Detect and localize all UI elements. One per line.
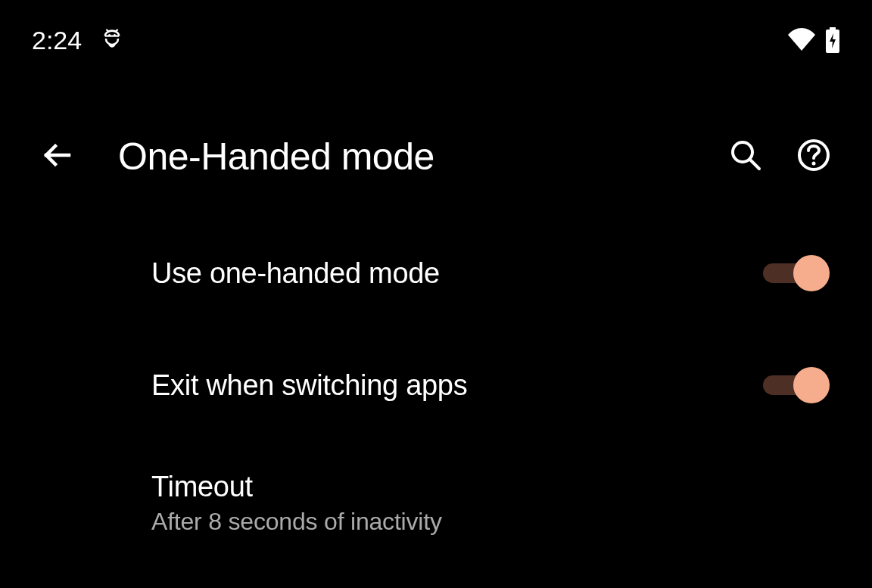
status-bar: 2:24 (0, 0, 872, 59)
setting-timeout[interactable]: Timeout After 8 seconds of inactivity (151, 471, 830, 536)
setting-title: Use one-handed mode (151, 257, 440, 290)
settings-list: Use one-handed mode Exit when switching … (0, 247, 872, 536)
setting-title: Exit when switching apps (151, 369, 467, 402)
android-debug-icon (101, 27, 123, 53)
battery-charging-icon (825, 27, 840, 53)
toggle-thumb (793, 255, 830, 291)
svg-line-5 (750, 160, 759, 169)
setting-text: Timeout After 8 seconds of inactivity (151, 471, 442, 536)
svg-point-7 (812, 162, 816, 166)
setting-subtitle: After 8 seconds of inactivity (151, 508, 442, 536)
page-title: One-Handed mode (118, 135, 687, 179)
setting-text: Use one-handed mode (151, 257, 440, 290)
help-icon (796, 138, 831, 176)
header-actions (727, 138, 833, 176)
setting-use-one-handed-mode[interactable]: Use one-handed mode (151, 247, 830, 300)
wifi-icon (786, 28, 818, 52)
setting-title: Timeout (151, 471, 442, 503)
toggle-use-one-handed-mode[interactable] (763, 256, 830, 291)
status-right (786, 27, 840, 53)
toggle-exit-when-switching-apps[interactable] (763, 368, 830, 403)
status-left: 2:24 (32, 26, 123, 55)
search-button[interactable] (727, 138, 765, 176)
arrow-back-icon (40, 138, 75, 176)
back-button[interactable] (36, 135, 79, 178)
help-button[interactable] (795, 138, 833, 176)
search-icon (729, 138, 762, 175)
setting-text: Exit when switching apps (151, 369, 467, 402)
setting-exit-when-switching-apps[interactable]: Exit when switching apps (151, 359, 830, 412)
status-time: 2:24 (32, 26, 82, 55)
svg-rect-2 (830, 27, 836, 30)
app-header: One-Handed mode (0, 135, 872, 179)
toggle-thumb (793, 367, 830, 403)
